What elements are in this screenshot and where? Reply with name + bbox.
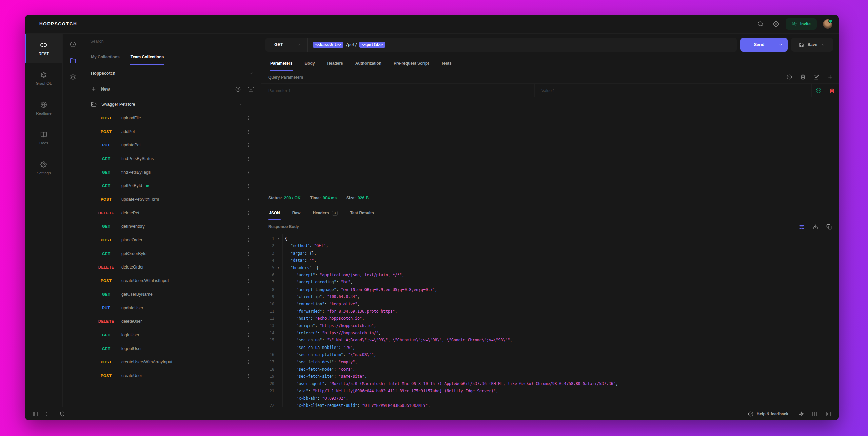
maximize-icon[interactable] [43, 409, 54, 419]
nav-item-realtime[interactable]: Realtime [25, 93, 62, 123]
more-options-icon[interactable] [246, 251, 251, 256]
more-options-icon[interactable] [246, 116, 251, 121]
subnav-item-history[interactable] [65, 36, 80, 53]
help-circle-icon[interactable] [235, 86, 241, 92]
edit-icon[interactable] [814, 74, 819, 80]
more-options-icon[interactable] [246, 346, 251, 351]
tab-headers[interactable]: Headers [322, 56, 348, 71]
code-text: "headers": { [282, 264, 319, 272]
request-item-findPetsByStatus[interactable]: GETfindPetsByStatus [93, 152, 261, 165]
more-options-icon[interactable] [246, 319, 251, 324]
avatar[interactable] [823, 19, 832, 29]
nav-item-rest[interactable]: REST [25, 34, 62, 63]
tab-my-collections[interactable]: My Collections [85, 49, 125, 65]
columns-icon[interactable] [809, 409, 820, 419]
subnav-item-collections[interactable] [65, 53, 80, 69]
tab-tests[interactable]: Tests [436, 56, 456, 71]
more-options-icon[interactable] [246, 224, 251, 229]
request-item-deleteUser[interactable]: DELETEdeleteUser [93, 315, 261, 328]
request-item-logoutUser[interactable]: GETlogoutUser [93, 342, 261, 355]
fold-arrow-icon[interactable]: ▾ [274, 264, 282, 272]
tab-authorization[interactable]: Authorization [351, 56, 386, 71]
new-collection-button[interactable]: New [91, 86, 235, 92]
nav-item-docs[interactable]: Docs [25, 123, 62, 153]
chevron-down-icon[interactable] [778, 42, 783, 47]
request-item-createUsersWithArrayInput[interactable]: POSTcreateUsersWithArrayInput [93, 355, 261, 369]
more-options-icon[interactable] [246, 305, 251, 311]
invite-button[interactable]: Invite [786, 18, 817, 30]
send-button[interactable]: Send [740, 38, 788, 52]
copy-icon[interactable] [826, 224, 832, 230]
tab-team-collections[interactable]: Team Collections [125, 49, 169, 65]
panel-right-close-icon[interactable] [823, 409, 834, 419]
request-item-getUserByName[interactable]: GETgetUserByName [93, 288, 261, 301]
chevron-down-icon[interactable] [821, 43, 825, 47]
tab-pre-request-script[interactable]: Pre-request Script [389, 56, 434, 71]
more-options-icon[interactable] [246, 156, 251, 161]
save-button[interactable]: Save [791, 38, 833, 52]
tab-body[interactable]: Body [300, 56, 319, 71]
request-item-updateUser[interactable]: PUTupdateUser [93, 301, 261, 315]
import-export-icon[interactable] [248, 86, 254, 92]
subnav-item-environments[interactable] [65, 69, 80, 85]
response-body-editor[interactable]: 1▾{2"method": "GET",3"args": {},4"data":… [261, 234, 839, 407]
request-item-updatePetWithForm[interactable]: POSTupdatePetWithForm [93, 193, 261, 206]
response-tab-raw[interactable]: Raw [288, 206, 305, 220]
more-options-icon[interactable] [246, 197, 251, 202]
more-options-icon[interactable] [246, 183, 251, 189]
tab-parameters[interactable]: Parameters [265, 56, 297, 71]
request-item-deleteOrder[interactable]: DELETEdeleteOrder [93, 260, 261, 274]
parameter-value-input[interactable] [541, 88, 805, 93]
check-circle-icon [816, 88, 821, 93]
nav-item-settings[interactable]: Settings [25, 153, 62, 183]
more-options-icon[interactable] [246, 333, 251, 338]
url-input[interactable]: <<baseUrl>>/pet/<<petId>> [308, 42, 391, 48]
panel-left-icon[interactable] [30, 409, 41, 419]
more-options-icon[interactable] [246, 170, 251, 175]
more-options-icon[interactable] [246, 292, 251, 297]
nav-item-graphql[interactable]: GraphQL [25, 63, 62, 93]
search-input[interactable] [90, 39, 254, 44]
more-options-icon[interactable] [246, 360, 251, 365]
response-tab-test-results[interactable]: Test Results [345, 206, 378, 220]
help-feedback-button[interactable]: Help & feedback [748, 411, 788, 417]
request-item-deletePet[interactable]: DELETEdeletePet [93, 206, 261, 220]
request-item-updatePet[interactable]: PUTupdatePet [93, 138, 261, 152]
request-item-placeOrder[interactable]: POSTplaceOrder [93, 233, 261, 247]
delete-all-icon[interactable] [800, 74, 806, 80]
shield-check-icon[interactable] [57, 409, 68, 419]
search-button[interactable] [754, 18, 767, 30]
request-item-uploadFile[interactable]: POSTuploadFile [93, 111, 261, 125]
request-item-getInventory[interactable]: GETgetInventory [93, 220, 261, 233]
request-item-getPetById[interactable]: GETgetPetById [93, 179, 261, 193]
workspace-selector[interactable]: Hoppscotch [83, 65, 261, 81]
more-options-icon[interactable] [246, 238, 251, 243]
help-circle-icon[interactable] [787, 74, 792, 80]
more-options-icon[interactable] [246, 129, 251, 134]
add-parameter-icon[interactable] [827, 74, 833, 80]
request-item-createUser[interactable]: POSTcreateUser [93, 369, 261, 382]
request-item-addPet[interactable]: POSTaddPet [93, 125, 261, 138]
remove-parameter-button[interactable] [825, 84, 839, 97]
request-item-createUsersWithListInput[interactable]: POSTcreateUsersWithListInput [93, 274, 261, 288]
request-item-getOrderById[interactable]: GETgetOrderById [93, 247, 261, 260]
more-options-icon[interactable] [246, 143, 251, 148]
request-item-findPetsByTags[interactable]: GETfindPetsByTags [93, 165, 261, 179]
more-options-icon[interactable] [246, 373, 251, 378]
fold-arrow-icon[interactable]: ▾ [274, 235, 282, 242]
response-tab-headers[interactable]: Headers3 [308, 206, 342, 220]
support-button[interactable] [770, 18, 782, 30]
more-options-icon[interactable] [246, 265, 251, 270]
more-options-icon[interactable] [246, 211, 251, 216]
toggle-parameter-button[interactable] [811, 84, 825, 97]
parameter-key-input[interactable] [268, 88, 528, 93]
more-options-icon[interactable] [246, 278, 251, 283]
response-tab-json[interactable]: JSON [264, 206, 285, 220]
zap-icon[interactable] [796, 409, 807, 419]
more-options-icon[interactable] [238, 102, 243, 107]
wrap-lines-icon[interactable] [799, 224, 805, 230]
download-icon[interactable] [813, 224, 818, 230]
request-item-loginUser[interactable]: GETloginUser [93, 328, 261, 342]
collection-folder[interactable]: Swagger Petstore [83, 98, 261, 111]
method-select[interactable]: GET [265, 38, 308, 52]
